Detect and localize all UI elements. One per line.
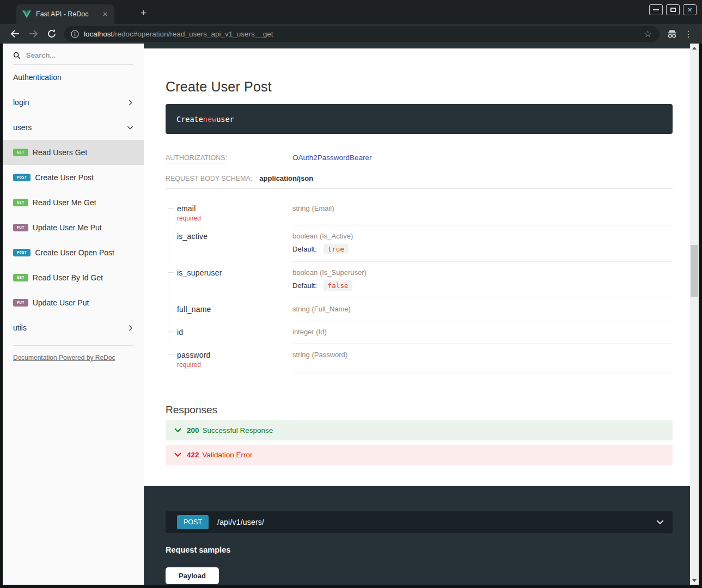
request-body-schema-value: application/json	[259, 174, 313, 182]
field-name: full_name	[177, 305, 292, 314]
sidebar-item-read-user-by-id-get[interactable]: GET Read User By Id Get	[3, 265, 144, 290]
http-method-badge: POST	[177, 515, 209, 529]
chevron-down-icon	[656, 520, 664, 525]
previous-section-edge	[144, 44, 690, 48]
search-input[interactable]: Search...	[26, 51, 56, 59]
sidebar: Search... Authentication login users GET…	[3, 44, 144, 585]
field-name: password	[177, 351, 292, 359]
samples-panel: POST /api/v1/users/ Request samples Payl…	[144, 486, 690, 585]
tab-title: Fast API - ReDoc	[36, 10, 100, 18]
field-type: string (Email)	[292, 204, 673, 212]
chevron-right-icon	[127, 325, 133, 331]
incognito-icon	[664, 26, 680, 41]
response-label: Successful Response	[203, 426, 273, 434]
field-row-password: password required string (Password)	[166, 344, 673, 372]
field-type: boolean (Is_Active)	[292, 232, 673, 240]
maximize-button[interactable]	[666, 4, 680, 15]
scroll-down-arrow[interactable]	[690, 577, 699, 584]
chevron-down-icon	[127, 125, 133, 131]
method-badge: PUT	[13, 224, 28, 231]
redoc-footer-link[interactable]: Documentation Powered by ReDoc	[13, 354, 115, 362]
field-row-is-superuser: is_superuser boolean (Is_Superuser) Defa…	[166, 262, 673, 298]
scrollbar-thumb[interactable]	[691, 245, 698, 297]
sidebar-item-authentication[interactable]: Authentication	[3, 65, 144, 90]
field-type: boolean (Is_Superuser)	[292, 268, 673, 277]
site-info-icon[interactable]	[71, 30, 79, 38]
search-icon	[13, 52, 21, 59]
sidebar-item-utils[interactable]: utils	[3, 315, 144, 340]
payload-tab[interactable]: Payload	[166, 567, 219, 584]
bookmark-star-icon[interactable]: ☆	[640, 28, 655, 40]
method-badge: POST	[13, 249, 30, 256]
default-value: false	[323, 280, 353, 291]
responses-title: Responses	[166, 404, 673, 416]
method-badge: POST	[13, 174, 30, 181]
new-tab-button[interactable]: +	[141, 8, 146, 18]
scroll-up-arrow[interactable]	[690, 44, 699, 52]
favicon-vue-icon	[22, 10, 31, 19]
method-badge: GET	[13, 149, 28, 156]
response-label: Validation Error	[203, 451, 253, 459]
chevron-right-icon	[127, 100, 133, 106]
window-controls: ✕	[649, 4, 697, 15]
minimize-button[interactable]	[649, 4, 663, 15]
field-type: string (Password)	[292, 351, 673, 359]
sidebar-item-update-user-put[interactable]: PUT Update User Put	[3, 290, 144, 315]
address-bar[interactable]: localhost/redoc#operation/read_users_api…	[64, 26, 660, 42]
request-samples-title: Request samples	[166, 546, 673, 554]
field-row-id: id integer (Id)	[166, 321, 673, 344]
request-body-schema-label: REQUEST BODY SCHEMA:	[166, 175, 252, 182]
chevron-down-icon	[174, 428, 181, 433]
method-badge: GET	[13, 274, 28, 281]
scrollbar[interactable]	[690, 44, 699, 585]
close-button[interactable]: ✕	[683, 4, 697, 15]
browser-window: Fast API - ReDoc × + ✕ localhost/redoc#o…	[0, 0, 702, 588]
menu-kebab-icon[interactable]: ⋮	[680, 26, 697, 41]
main-content: Create User Post Create new user AUTHORI…	[144, 44, 690, 585]
field-type: integer (Id)	[292, 328, 673, 336]
sidebar-item-users[interactable]: users	[3, 115, 144, 140]
description-code-block: Create new user	[166, 104, 673, 134]
endpoint-path: /api/v1/users/	[217, 518, 656, 526]
tab-close-icon[interactable]: ×	[100, 9, 110, 19]
field-row-is-active: is_active boolean (Is_Active) Default:tr…	[166, 225, 673, 262]
field-default: Default:true	[292, 244, 673, 254]
reload-icon[interactable]	[44, 26, 59, 41]
field-name: email	[177, 204, 292, 213]
method-badge: PUT	[13, 299, 28, 307]
field-name: is_active	[177, 232, 292, 241]
oauth2-link[interactable]: OAuth2PasswordBearer	[292, 154, 372, 162]
response-422[interactable]: 422 Validation Error	[166, 445, 673, 465]
titlebar: Fast API - ReDoc × + ✕	[0, 0, 702, 24]
response-code: 200	[187, 426, 199, 434]
sidebar-item-login[interactable]: login	[3, 90, 144, 115]
sidebar-item-read-users-get[interactable]: GET Read Users Get	[3, 140, 144, 165]
url-host: localhost	[84, 30, 113, 38]
method-badge: GET	[13, 199, 28, 206]
sidebar-item-read-user-me-get[interactable]: GET Read User Me Get	[3, 190, 144, 215]
url-text[interactable]: localhost/redoc#operation/read_users_api…	[84, 30, 640, 38]
sidebar-item-update-user-me-put[interactable]: PUT Update User Me Put	[3, 215, 144, 240]
schema-fields: email required string (Email) is_active …	[166, 201, 673, 372]
field-default: Default:false	[292, 280, 673, 291]
endpoint-dropdown[interactable]: POST /api/v1/users/	[166, 511, 673, 533]
default-value: true	[323, 244, 349, 254]
required-flag: required	[177, 215, 292, 222]
browser-toolbar: localhost/redoc#operation/read_users_api…	[0, 24, 702, 44]
field-row-full-name: full_name string (Full_Name)	[166, 298, 673, 321]
field-name: is_superuser	[177, 268, 292, 277]
sidebar-item-create-user-post[interactable]: POST Create User Post	[3, 165, 144, 190]
field-row-email: email required string (Email)	[166, 201, 673, 225]
search-box[interactable]: Search...	[3, 47, 144, 59]
back-icon[interactable]	[7, 26, 22, 41]
chevron-down-icon	[174, 452, 181, 457]
forward-icon[interactable]	[26, 26, 41, 41]
code-keyword: new	[203, 115, 216, 124]
operation-section: Create User Post Create new user AUTHORI…	[144, 48, 690, 486]
authorizations-label: AUTHORIZATIONS:	[166, 152, 292, 162]
required-flag: required	[177, 361, 292, 369]
sidebar-item-create-user-open-post[interactable]: POST Create User Open Post	[3, 240, 144, 265]
response-code: 422	[187, 451, 199, 459]
response-200[interactable]: 200 Successful Response	[166, 420, 673, 440]
browser-tab[interactable]: Fast API - ReDoc ×	[16, 4, 114, 24]
